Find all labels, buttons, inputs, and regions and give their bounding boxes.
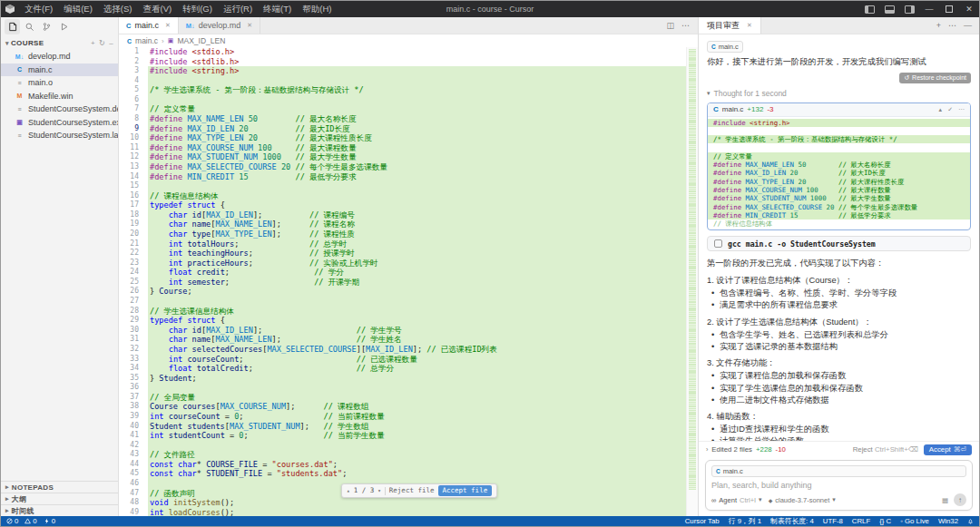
code-line[interactable]: 11#define MAX_COURSE_NUM 100 // 最大课程数量 (119, 143, 698, 153)
new-chat-icon[interactable]: + (936, 21, 941, 30)
file-item[interactable]: ≡main.o (1, 76, 118, 90)
code-line[interactable]: 19 char name[MAX_NAME_LEN]; // 课程名称 (119, 220, 698, 229)
menu-item-0[interactable]: 文件(F) (19, 4, 58, 15)
code-line[interactable]: 34 float totalCredit; // 总学分 (119, 364, 698, 374)
ports-indicator[interactable]: 0 (44, 517, 55, 525)
search-icon[interactable] (22, 19, 37, 34)
collapse-icon[interactable]: ▴ (939, 106, 943, 113)
status-utf-8[interactable]: UTF-8 (823, 516, 843, 526)
file-item[interactable]: ≡StudentCourseSystem.layout (1, 129, 118, 142)
code-line[interactable]: 23 int practiceHours; // 实验或上机学时 (119, 259, 698, 268)
breadcrumb[interactable]: C main.c › ▣ MAX_ID_LEN (119, 34, 698, 47)
status-win32[interactable]: Win32 (938, 516, 958, 526)
source-control-icon[interactable] (39, 19, 54, 34)
chat-input[interactable]: C main.c Plan, search, build anything ∞ … (705, 460, 973, 511)
code-line[interactable]: 17typedef struct { (119, 200, 698, 210)
code-line[interactable]: 9#define MAX_ID_LEN 20 // 最大ID长度 (119, 124, 698, 134)
code-line[interactable]: 48void initSystem(); (119, 498, 698, 508)
status-crlf[interactable]: CRLF (852, 516, 870, 526)
sidebar-panel-时间线[interactable]: ▸时间线 (1, 504, 118, 516)
refresh-icon[interactable]: ↻ (99, 39, 105, 47)
send-button[interactable]: ↑ (954, 493, 966, 506)
code-line[interactable]: 39int courseCount = 0; // 当前课程数量 (119, 412, 698, 422)
close-icon[interactable]: ✕ (247, 22, 252, 29)
code-line[interactable]: 16// 课程信息结构体 (119, 191, 698, 201)
minimize-panel-icon[interactable]: — (964, 21, 972, 30)
code-line[interactable]: 43// 文件路径 (119, 450, 698, 460)
split-editor-icon[interactable]: ◫ (666, 21, 674, 30)
terminal-command-card[interactable]: gcc main.c -o StudentCourseSystem (707, 236, 971, 251)
diff-code-card[interactable]: C main.c +132 -3 ▴ ✓ ⋯ #include <string.… (707, 102, 971, 231)
sidebar-panel-大纲[interactable]: ▸大纲 (1, 493, 118, 504)
status-go-live[interactable]: ◦Go Live (900, 516, 929, 526)
thought-toggle[interactable]: ▾ Thought for 1 second (707, 89, 971, 98)
run-debug-icon[interactable] (56, 19, 72, 34)
more-icon[interactable]: ⋯ (948, 21, 956, 30)
sidebar-panel-NOTEPADS[interactable]: ▸NOTEPADS (1, 481, 118, 493)
code-line[interactable]: 28// 学生选课信息结构体 (119, 307, 698, 317)
file-item[interactable]: Cmain.c (1, 63, 118, 77)
collapse-all-icon[interactable]: – (109, 39, 113, 47)
tab-develop.md[interactable]: M↓develop.md✕ (179, 17, 260, 34)
code-line[interactable]: 31 char name[MAX_NAME_LEN]; // 学生姓名 (119, 335, 698, 345)
code-line[interactable]: 44const char* COURSE_FILE = "courses.dat… (119, 460, 698, 470)
minimize-button[interactable]: — (919, 1, 939, 17)
input-context-chip[interactable]: C main.c (711, 465, 966, 477)
toggle-panel-icon[interactable] (879, 1, 899, 17)
code-line[interactable]: 18 char id[MAX_ID_LEN]; // 课程编号 (119, 210, 698, 220)
accept-all-button[interactable]: Accept ⌘⏎ (924, 444, 972, 455)
diff-card-filename[interactable]: main.c (722, 105, 744, 113)
more-icon[interactable]: ⋯ (958, 106, 965, 113)
problems-errors[interactable]: 0 (6, 517, 18, 525)
file-item[interactable]: ▣StudentCourseSystem.exe (1, 116, 118, 130)
code-line[interactable]: 3#include <string.h> (119, 66, 698, 76)
edited-files-label[interactable]: Edited 2 files (711, 445, 752, 454)
agent-mode-selector[interactable]: ∞ Agent Ctrl+I ▾ (711, 496, 762, 504)
new-file-icon[interactable]: + (91, 39, 95, 47)
status-{}-c[interactable]: {} C (879, 516, 891, 526)
more-actions-icon[interactable]: ⋯ (681, 21, 690, 30)
code-line[interactable]: 6 (119, 95, 698, 105)
model-selector[interactable]: ◆ claude-3.7-sonnet ▾ (769, 496, 836, 504)
close-icon[interactable]: ✕ (747, 22, 752, 29)
code-line[interactable]: 37// 全局变量 (119, 393, 698, 403)
restore-checkpoint-button[interactable]: ↺ Restore checkpoint (899, 73, 971, 83)
next-diff-button[interactable]: ▾ (377, 486, 381, 496)
code-line[interactable]: 12#define MAX_STUDENT_NUM 1000 // 最大学生数量 (119, 152, 698, 162)
code-line[interactable]: 15 (119, 181, 698, 191)
apply-check-icon[interactable]: ✓ (947, 106, 953, 113)
code-line[interactable]: 25 int semester; // 开课学期 (119, 278, 698, 288)
file-item[interactable]: ≡StudentCourseSystem.dev (1, 102, 118, 116)
file-item[interactable]: MMakefile.win (1, 90, 118, 103)
code-line[interactable]: 26} Course; (119, 287, 698, 297)
menu-item-4[interactable]: 转到(G) (177, 4, 218, 15)
accept-file-button[interactable]: Accept file (438, 485, 493, 497)
menu-item-1[interactable]: 编辑(E) (58, 4, 98, 15)
code-line[interactable]: 32 char selectedCourses[MAX_SELECTED_COU… (119, 345, 698, 355)
status-制表符长度:-4[interactable]: 制表符长度: 4 (770, 516, 814, 526)
explorer-section-header[interactable]: ▾ COURSE + ↻ – (1, 36, 118, 50)
menu-item-2[interactable]: 选择(S) (98, 4, 138, 15)
code-line[interactable]: 8#define MAX_NAME_LEN 50 // 最大名称长度 (119, 114, 698, 124)
code-line[interactable]: 14#define MIN_CREDIT 15 // 最低学分要求 (119, 172, 698, 182)
menu-item-3[interactable]: 查看(V) (137, 4, 177, 15)
code-line[interactable]: 13#define MAX_SELECTED_COURSE 20 // 每个学生… (119, 162, 698, 172)
toggle-sidebar-icon[interactable] (859, 1, 879, 17)
reject-file-button[interactable]: Reject file (389, 486, 435, 496)
status-cursor-tab[interactable]: Cursor Tab (685, 516, 720, 526)
code-line[interactable]: 41int studentCount = 0; // 当前学生数量 (119, 431, 698, 441)
menu-item-7[interactable]: 帮助(H) (297, 4, 337, 15)
code-line[interactable]: 24 float credit; // 学分 (119, 268, 698, 278)
context-file-chip[interactable]: C main.c (707, 41, 743, 53)
code-line[interactable]: 45const char* STUDENT_FILE = "students.d… (119, 469, 698, 479)
explorer-icon[interactable] (5, 19, 20, 34)
menu-item-6[interactable]: 终端(T) (258, 4, 297, 15)
problems-warnings[interactable]: 0 (24, 517, 36, 525)
reject-all-button[interactable]: Reject Ctrl+Shift+⌫ (853, 445, 918, 454)
code-line[interactable]: 33 int courseCount; // 已选课程数量 (119, 355, 698, 365)
code-line[interactable]: 49int loadCourses(); (119, 508, 698, 516)
status-行-9，列-1[interactable]: 行 9，列 1 (729, 516, 761, 526)
toggle-secondary-sidebar-icon[interactable] (899, 1, 919, 17)
code-line[interactable]: 21 int totalHours; // 总学时 (119, 239, 698, 249)
file-item[interactable]: M↓develop.md (1, 50, 118, 63)
